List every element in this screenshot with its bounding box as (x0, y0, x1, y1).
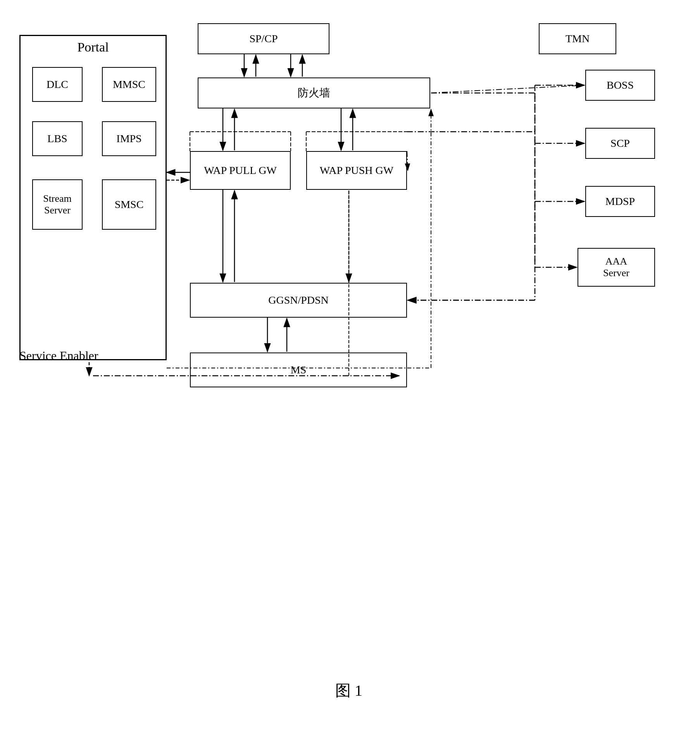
diagram-container: Portal DLC MMSC LBS IMPS StreamServer SM… (12, 12, 686, 717)
smsc-box: SMSC (102, 179, 156, 230)
aaa-server-box: AAAServer (578, 248, 655, 287)
svg-line-26 (407, 151, 408, 170)
imps-box: IMPS (102, 121, 156, 156)
ms-box: MS (190, 353, 407, 387)
ggsn-pdsn-box: GGSN/PDSN (190, 283, 407, 318)
figure-caption: 图 1 (335, 680, 362, 701)
mdsp-box: MDSP (585, 186, 655, 217)
portal-container: Portal DLC MMSC LBS IMPS StreamServer SM… (19, 35, 167, 360)
sp-cp-box: SP/CP (198, 23, 329, 54)
stream-server-box: StreamServer (32, 179, 83, 230)
mmsc-box: MMSC (102, 67, 156, 102)
dlc-box: DLC (32, 67, 83, 102)
wap-push-gw-box: WAP PUSH GW (306, 151, 407, 190)
boss-box: BOSS (585, 70, 655, 101)
scp-box: SCP (585, 128, 655, 159)
portal-label: Portal (77, 40, 109, 55)
service-enabler-label: Service Enabler (19, 349, 98, 363)
wap-pull-gw-box: WAP PULL GW (190, 151, 291, 190)
tmn-box: TMN (539, 23, 616, 54)
firewall-box: 防火墙 (198, 77, 430, 108)
lbs-box: LBS (32, 121, 83, 156)
svg-line-24 (431, 85, 584, 93)
